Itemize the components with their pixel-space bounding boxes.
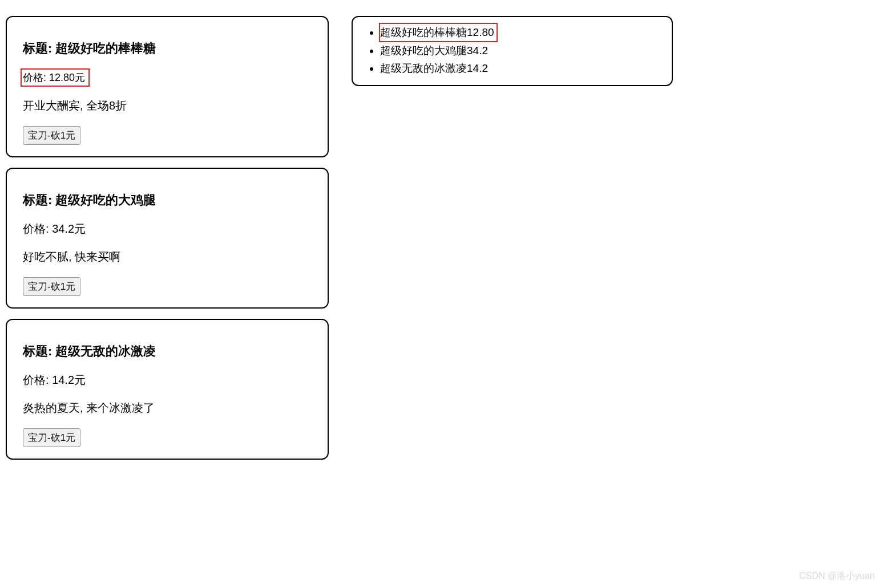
title-prefix: 标题: xyxy=(23,41,55,55)
card-price: 价格: 34.2元 xyxy=(23,221,312,237)
main-container: 标题: 超级好吃的棒棒糖 价格: 12.80元 开业大酬宾, 全场8折 宝刀-砍… xyxy=(6,6,886,460)
card-price: 价格: 14.2元 xyxy=(23,372,312,388)
summary-list-box: 超级好吃的棒棒糖12.80 超级好吃的大鸡腿34.2 超级无敌的冰激凌14.2 xyxy=(352,16,673,86)
card-title: 标题: 超级无敌的冰激凌 xyxy=(23,343,312,360)
list-item: 超级好吃的大鸡腿34.2 xyxy=(380,42,660,59)
cards-column: 标题: 超级好吃的棒棒糖 价格: 12.80元 开业大酬宾, 全场8折 宝刀-砍… xyxy=(6,6,329,460)
price-value: 34.2 xyxy=(52,222,74,235)
list-item-highlighted: 超级好吃的棒棒糖12.80 xyxy=(379,23,498,42)
title-prefix: 标题: xyxy=(23,193,55,207)
card-desc: 炎热的夏天, 来个冰激凌了 xyxy=(23,400,312,416)
summary-column: 超级好吃的棒棒糖12.80 超级好吃的大鸡腿34.2 超级无敌的冰激凌14.2 xyxy=(352,16,673,86)
product-card: 标题: 超级好吃的棒棒糖 价格: 12.80元 开业大酬宾, 全场8折 宝刀-砍… xyxy=(6,16,329,157)
title-prefix: 标题: xyxy=(23,344,55,358)
discount-button[interactable]: 宝刀-砍1元 xyxy=(23,428,80,447)
product-card: 标题: 超级好吃的大鸡腿 价格: 34.2元 好吃不腻, 快来买啊 宝刀-砍1元 xyxy=(6,168,329,309)
discount-button[interactable]: 宝刀-砍1元 xyxy=(23,277,80,296)
card-desc: 开业大酬宾, 全场8折 xyxy=(23,98,312,113)
price-suffix: 元 xyxy=(74,222,86,235)
discount-button[interactable]: 宝刀-砍1元 xyxy=(23,126,80,145)
card-title: 标题: 超级好吃的棒棒糖 xyxy=(23,40,312,57)
card-title: 标题: 超级好吃的大鸡腿 xyxy=(23,192,312,209)
title-text: 超级好吃的大鸡腿 xyxy=(55,193,156,207)
list-item: 超级好吃的棒棒糖12.80 xyxy=(380,23,660,42)
price-value: 12.80 xyxy=(49,72,75,83)
card-price-highlighted: 价格: 12.80元 xyxy=(21,68,90,87)
price-suffix: 元 xyxy=(75,72,85,83)
product-card: 标题: 超级无敌的冰激凌 价格: 14.2元 炎热的夏天, 来个冰激凌了 宝刀-… xyxy=(6,319,329,460)
price-prefix: 价格: xyxy=(23,72,49,83)
price-prefix: 价格: xyxy=(23,374,52,386)
title-text: 超级无敌的冰激凌 xyxy=(55,344,156,358)
title-text: 超级好吃的棒棒糖 xyxy=(55,41,156,55)
price-prefix: 价格: xyxy=(23,222,52,235)
card-desc: 好吃不腻, 快来买啊 xyxy=(23,249,312,265)
price-suffix: 元 xyxy=(74,374,86,386)
summary-list: 超级好吃的棒棒糖12.80 超级好吃的大鸡腿34.2 超级无敌的冰激凌14.2 xyxy=(364,23,660,77)
list-item: 超级无敌的冰激凌14.2 xyxy=(380,60,660,77)
price-value: 14.2 xyxy=(52,374,74,386)
